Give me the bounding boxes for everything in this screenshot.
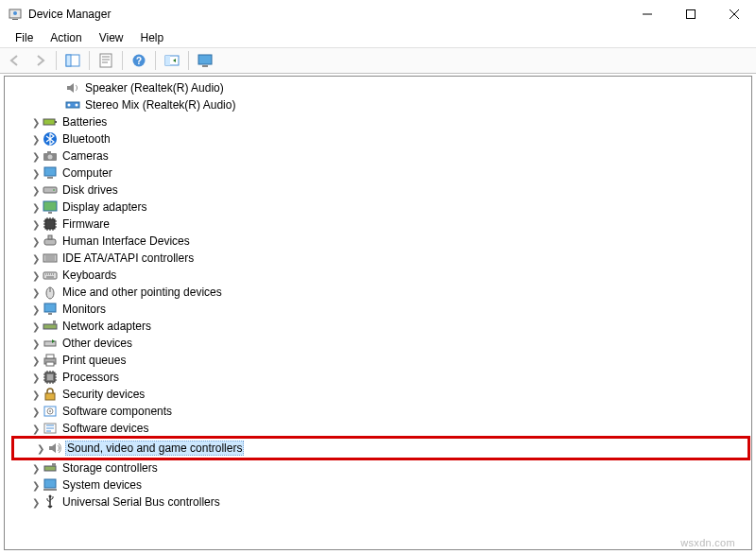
menu-help[interactable]: Help xyxy=(133,29,172,46)
expand-arrow-icon[interactable]: ❯ xyxy=(30,151,42,162)
tree-category[interactable]: ❯Firmware xyxy=(11,216,750,233)
tree-item-label: Speaker (Realtek(R) Audio) xyxy=(83,81,226,95)
tree-item-label: Mice and other pointing devices xyxy=(60,286,224,299)
menubar: File Action View Help xyxy=(0,28,756,47)
tree-category[interactable]: ❯Disk drives xyxy=(11,182,750,199)
tree-category[interactable]: ❯Display adapters xyxy=(11,199,750,216)
tree-category[interactable]: ❯Batteries xyxy=(11,113,750,130)
tree-item-label: Universal Serial Bus controllers xyxy=(60,495,222,509)
toolbar-separator xyxy=(56,51,57,70)
expand-arrow-icon[interactable]: ❯ xyxy=(30,304,42,315)
tree-item-label: Monitors xyxy=(60,303,108,316)
expand-arrow-icon[interactable]: ❯ xyxy=(30,287,42,298)
expand-arrow-icon[interactable]: ❯ xyxy=(30,236,42,247)
tree-category[interactable]: ❯Mice and other pointing devices xyxy=(11,284,750,301)
tree-item-label: IDE ATA/ATAPI controllers xyxy=(60,251,196,265)
expand-arrow-icon[interactable]: ❯ xyxy=(30,355,42,366)
tree-category[interactable]: ❯Software devices xyxy=(11,420,750,437)
back-button[interactable] xyxy=(4,49,26,72)
tree-item-label: Batteries xyxy=(60,115,109,129)
security-icon xyxy=(43,387,58,402)
tree-item-label: Print queues xyxy=(60,354,128,367)
network-icon xyxy=(43,319,58,334)
minimize-button[interactable] xyxy=(626,0,669,28)
tree-item-label: Storage controllers xyxy=(60,461,160,475)
tree-leaf[interactable]: Stereo Mix (Realtek(R) Audio) xyxy=(11,96,750,113)
processor-icon xyxy=(43,370,58,385)
keyboard-icon xyxy=(43,268,58,283)
window-title: Device Manager xyxy=(28,8,111,21)
toolbar-separator xyxy=(122,51,123,70)
tree-item-label: Keyboards xyxy=(60,268,118,282)
ide-icon xyxy=(43,251,58,266)
app-icon xyxy=(8,7,23,22)
tree-item-label: Network adapters xyxy=(60,320,153,333)
tree-category[interactable]: ❯Bluetooth xyxy=(11,130,750,147)
usb-icon xyxy=(43,494,58,510)
tree-category[interactable]: ❯System devices xyxy=(11,476,750,493)
menu-view[interactable]: View xyxy=(92,29,131,46)
bluetooth-icon xyxy=(43,131,58,147)
disk-icon xyxy=(43,182,58,198)
help-button[interactable] xyxy=(128,49,150,72)
expand-arrow-icon[interactable]: ❯ xyxy=(30,463,42,474)
tree-category[interactable]: ❯Software components xyxy=(11,403,750,420)
tree-category[interactable]: ❯Network adapters xyxy=(11,318,750,335)
properties-button[interactable] xyxy=(94,49,117,72)
forward-button[interactable] xyxy=(28,49,51,72)
tree-category[interactable]: ❯Monitors xyxy=(11,301,750,318)
monitor-icon xyxy=(43,302,58,317)
tree-category[interactable]: ❯Security devices xyxy=(11,386,750,403)
expand-arrow-icon[interactable]: ❯ xyxy=(30,185,42,196)
hid-icon xyxy=(43,234,58,249)
tree-category[interactable]: ❯Cameras xyxy=(11,147,750,164)
expand-arrow-icon[interactable]: ❯ xyxy=(30,134,42,145)
expand-arrow-icon[interactable]: ❯ xyxy=(30,424,42,434)
expand-arrow-icon[interactable]: ❯ xyxy=(30,338,42,349)
tree-category[interactable]: ❯Storage controllers xyxy=(11,459,750,476)
scan-hardware-button[interactable] xyxy=(161,49,183,72)
expand-arrow-icon[interactable]: ❯ xyxy=(35,443,46,454)
tree-category[interactable]: ❯IDE ATA/ATAPI controllers xyxy=(11,250,750,267)
expand-arrow-icon[interactable]: ❯ xyxy=(30,372,42,383)
tree-leaf[interactable]: Speaker (Realtek(R) Audio) xyxy=(11,79,750,96)
show-hide-tree-button[interactable] xyxy=(61,49,84,72)
toolbar-separator xyxy=(188,51,189,70)
highlight-annotation: ❯Sound, video and game controllers xyxy=(11,436,750,460)
expand-arrow-icon[interactable]: ❯ xyxy=(30,321,42,332)
expand-arrow-icon[interactable]: ❯ xyxy=(30,168,42,179)
tree-item-label: Security devices xyxy=(60,388,146,401)
tree-category[interactable]: ❯Universal Serial Bus controllers xyxy=(11,493,750,511)
close-button[interactable] xyxy=(713,0,756,28)
expand-arrow-icon[interactable]: ❯ xyxy=(30,407,42,417)
storage-icon xyxy=(43,460,58,476)
titlebar: Device Manager xyxy=(0,0,756,28)
expand-arrow-icon[interactable]: ❯ xyxy=(30,219,42,230)
monitor-button[interactable] xyxy=(194,49,216,72)
tree-category[interactable]: ❯Computer xyxy=(11,164,750,182)
sound-icon xyxy=(47,441,62,456)
tree-category[interactable]: ❯Sound, video and game controllers xyxy=(16,440,746,457)
tree-item-label: Cameras xyxy=(60,149,111,163)
tree-category[interactable]: ❯Print queues xyxy=(11,352,750,369)
tree-category[interactable]: ❯Human Interface Devices xyxy=(11,233,750,250)
expand-arrow-icon[interactable]: ❯ xyxy=(30,480,42,491)
expand-arrow-icon[interactable]: ❯ xyxy=(30,202,42,213)
tree-category[interactable]: ❯Processors xyxy=(11,369,750,386)
stereomix-icon xyxy=(65,97,80,113)
system-icon xyxy=(43,477,58,493)
tree-item-label: Disk drives xyxy=(60,183,120,197)
device-tree-pane[interactable]: Speaker (Realtek(R) Audio)Stereo Mix (Re… xyxy=(6,78,750,548)
expand-arrow-icon[interactable]: ❯ xyxy=(30,117,42,128)
expand-arrow-icon[interactable]: ❯ xyxy=(30,253,42,264)
expand-arrow-icon[interactable]: ❯ xyxy=(30,497,42,508)
tree-category[interactable]: ❯Other devices xyxy=(11,335,750,352)
maximize-button[interactable] xyxy=(669,0,713,28)
menu-file[interactable]: File xyxy=(8,29,41,46)
menu-action[interactable]: Action xyxy=(43,29,89,46)
tree-category[interactable]: ❯Keyboards xyxy=(11,267,750,284)
toolbar-separator xyxy=(89,51,90,70)
speaker-icon xyxy=(65,80,80,95)
expand-arrow-icon[interactable]: ❯ xyxy=(30,390,42,400)
expand-arrow-icon[interactable]: ❯ xyxy=(30,270,42,281)
